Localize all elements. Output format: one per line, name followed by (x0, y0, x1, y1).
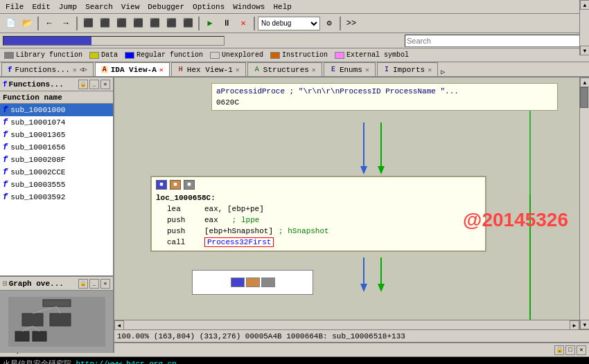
scroll-track-v (580, 87, 589, 320)
func-item-4[interactable]: f sub_1000208F (0, 154, 113, 166)
gov-lock[interactable]: 🔒 (78, 279, 88, 289)
legend-external: External symbol (335, 51, 409, 59)
out-scroll-up[interactable]: ▲ (580, 0, 589, 10)
func-item-3[interactable]: f sub_10001656 (0, 141, 113, 154)
func-item-0[interactable]: f sub_10001000 (0, 104, 113, 116)
search-input[interactable] (405, 35, 586, 47)
code-push1-line: push eax ; lppe (156, 215, 481, 226)
output-lock[interactable]: 🔒 (554, 345, 564, 355)
btn1[interactable]: ⬛ (80, 16, 96, 31)
legend-regular: Regular function (125, 51, 203, 59)
func-item-7[interactable]: f sub_10003592 (0, 191, 113, 203)
func-name-6: sub_10003555 (10, 181, 65, 189)
settings-button[interactable]: ⚙ (322, 16, 337, 31)
btn6[interactable]: ⬛ (164, 16, 179, 31)
legend-unexplored-label: Unexplored (222, 51, 263, 59)
tab-functions-close[interactable]: ✕ (73, 66, 77, 74)
tab-hex-close[interactable]: ✕ (236, 66, 240, 74)
tab-struct-label: Structures (263, 66, 309, 74)
func-item-2[interactable]: f sub_10001365 (0, 129, 113, 141)
code-block-top: aProcessidProce ; "\r\n\r\nProcessID Pro… (211, 83, 558, 111)
block-icon-2: ■ (170, 180, 181, 190)
graph-overview-panel: ⊞ Graph ove... 🔒 _ ✕ (0, 275, 114, 353)
gov-content (0, 291, 113, 353)
menu-debugger[interactable]: Debugger (143, 1, 188, 12)
menu-help[interactable]: Help (269, 1, 295, 12)
scroll-up-btn[interactable]: ▲ (580, 78, 589, 87)
tab-functions[interactable]: f Functions... ✕ ◁▷ (1, 62, 94, 76)
panel-f-icon: f (3, 80, 8, 89)
gov-min[interactable]: _ (89, 279, 99, 289)
btn2[interactable]: ⬛ (97, 16, 112, 31)
pause-button[interactable]: ⏸ (219, 16, 234, 31)
menu-jump[interactable]: Jump (55, 1, 81, 12)
instr-push2: push (156, 227, 204, 235)
tab-enums[interactable]: E Enums ✕ (324, 62, 376, 76)
gov-title: Graph ove... (9, 280, 64, 288)
new-button[interactable]: 📄 (3, 16, 18, 31)
sep5 (340, 17, 341, 30)
stop-button[interactable]: ✕ (236, 16, 251, 31)
addrbar (0, 33, 589, 48)
open-button[interactable]: 📂 (19, 16, 35, 31)
tab-ida-label: IDA View-A (111, 66, 157, 74)
fwd-button[interactable]: → (58, 16, 73, 31)
output-float[interactable]: □ (565, 345, 575, 355)
operand-call: Process32First (204, 237, 274, 247)
gov-close[interactable]: ✕ (100, 279, 110, 289)
tab-imports[interactable]: I Imports ✕ (377, 62, 438, 76)
graph-view[interactable]: aProcessidProce ; "\r\n\r\nProcessID Pro… (114, 78, 589, 342)
instr-push1: push (156, 216, 204, 224)
sep3 (198, 17, 200, 30)
tab-structures[interactable]: A Structures ✕ (247, 62, 322, 76)
output-vscroll[interactable]: ▲ ▼ (579, 0, 589, 55)
tab-enums-close[interactable]: ✕ (365, 66, 369, 74)
output-close[interactable]: ✕ (577, 345, 586, 355)
graph-scrollbar[interactable]: ▲ ▼ (579, 78, 589, 329)
menu-edit[interactable]: Edit (28, 1, 54, 12)
menu-view[interactable]: View (117, 1, 143, 12)
more-button[interactable]: >> (344, 16, 359, 31)
tab-functions-label: Functions... (15, 66, 70, 74)
btn4[interactable]: ⬛ (130, 16, 146, 31)
menu-file[interactable]: File (1, 1, 28, 12)
scroll-thumb-v[interactable] (580, 87, 588, 108)
btn7[interactable]: ⬛ (180, 16, 195, 31)
menu-windows[interactable]: Windows (229, 1, 269, 12)
scroll-right-btn[interactable]: ► (570, 320, 579, 330)
scroll-left-btn[interactable]: ◄ (114, 320, 124, 330)
panel-controls: 🔒 _ ✕ (78, 80, 110, 89)
tab-more[interactable]: ▷ (441, 68, 445, 76)
panel-min[interactable]: _ (89, 80, 99, 89)
func-item-1[interactable]: f sub_10001074 (0, 116, 113, 129)
btn3[interactable]: ⬛ (114, 16, 129, 31)
scroll-down-btn[interactable]: ▼ (580, 320, 589, 329)
tab-ida-view[interactable]: A IDA View-A ✕ (95, 62, 170, 76)
graph-scrollbar-h[interactable]: ◄ ► (114, 320, 579, 329)
operand-push1: eax (204, 216, 218, 224)
tab-hex-view[interactable]: H Hex View-1 ✕ (171, 62, 246, 76)
svg-rect-14 (15, 331, 29, 341)
menu-search[interactable]: Search (81, 1, 117, 12)
gov-svg (8, 297, 105, 347)
panel-close[interactable]: ✕ (100, 80, 110, 89)
gov-titlebar: ⊞ Graph ove... 🔒 _ ✕ (0, 277, 113, 291)
panel-lock[interactable]: 🔒 (78, 80, 88, 89)
func-item-5[interactable]: f sub_10002CCE (0, 166, 113, 179)
tab-struct-close[interactable]: ✕ (312, 66, 316, 74)
run-button[interactable]: ▶ (202, 16, 218, 31)
tab-imports-close[interactable]: ✕ (428, 66, 432, 74)
legend-unexplored-box (210, 52, 220, 59)
func-item-6[interactable]: f sub_10003555 (0, 179, 113, 191)
btn5[interactable]: ⬛ (147, 16, 162, 31)
func-name-2: sub_10001365 (10, 131, 65, 139)
block-header-icons: ■ ■ ■ (156, 180, 481, 190)
progress-bar (3, 36, 225, 46)
debug-combo[interactable]: No debug (258, 17, 320, 30)
back-button[interactable]: ← (42, 16, 57, 31)
content-area[interactable]: aProcessidProce ; "\r\n\r\nProcessID Pro… (114, 78, 589, 342)
out-scroll-down[interactable]: ▼ (580, 46, 589, 55)
func-icon-0: f (3, 105, 8, 115)
legend-instruction-label: Instruction (282, 51, 328, 59)
menu-options[interactable]: Options (188, 1, 229, 12)
